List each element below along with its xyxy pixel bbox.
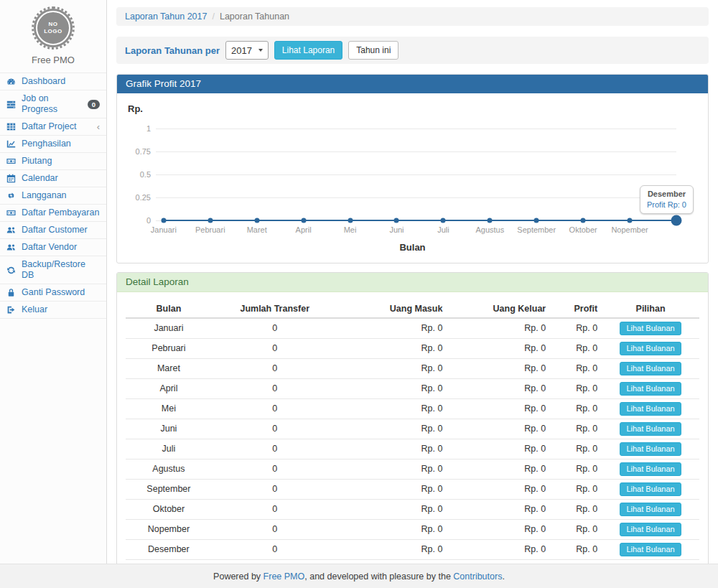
breadcrumb-link[interactable]: Laporan Tahun 2017: [125, 11, 207, 22]
year-select-value: 2017: [231, 45, 252, 56]
data-point-september[interactable]: [534, 218, 539, 223]
tasks-icon: [6, 100, 17, 109]
data-point-mei[interactable]: [348, 218, 353, 223]
sidebar-item-penghasilan[interactable]: Penghasilan: [0, 136, 106, 153]
sidebar-item-langganan[interactable]: Langganan: [0, 187, 106, 205]
sidebar-item-daftar-vendor[interactable]: Daftar Vendor: [0, 239, 106, 256]
x-tick-label: Oktober: [569, 225, 597, 234]
profit-line: [164, 220, 676, 221]
data-point-agustus[interactable]: [488, 218, 493, 223]
sidebar-item-daftar-project[interactable]: Daftar Project ‹: [0, 118, 106, 136]
column-header-bulan: Bulan: [126, 301, 212, 318]
lihat-bulanan-button[interactable]: Lihat Bulanan: [620, 543, 681, 556]
data-point-januari[interactable]: [161, 218, 166, 223]
sidebar-item-label: Job on Progress: [22, 93, 83, 115]
sidebar-item-daftar-customer[interactable]: Daftar Customer: [0, 222, 106, 239]
chart-plot: Desember Profit Rp: 0 10.750.50.250: [156, 129, 676, 220]
sidebar-item-ganti-password[interactable]: Ganti Password: [0, 284, 106, 302]
lihat-bulanan-button[interactable]: Lihat Bulanan: [620, 342, 681, 355]
table-row: Juni 0 Rp. 0 Rp. 0 Rp. 0 Lihat Bulanan: [126, 419, 699, 439]
sidebar-item-backup-restore-db[interactable]: Backup/Restore DB: [0, 256, 106, 284]
sidebar-item-label: Calendar: [22, 173, 58, 184]
lihat-bulanan-button[interactable]: Lihat Bulanan: [620, 482, 681, 496]
data-point-maret[interactable]: [254, 218, 259, 223]
breadcrumb: Laporan Tahun 2017 / Laporan Tahunan: [116, 7, 709, 26]
table-row: Juli 0 Rp. 0 Rp. 0 Rp. 0 Lihat Bulanan: [126, 439, 699, 459]
column-header-uang-keluar: Uang Keluar: [447, 301, 550, 318]
tahun-ini-button[interactable]: Tahun ini: [348, 41, 398, 60]
sidebar-menu: Dashboard Job on Progress 0 Daftar Proje…: [0, 73, 106, 319]
table-row: Oktober 0 Rp. 0 Rp. 0 Rp. 0 Lihat Bulana…: [126, 500, 699, 520]
lihat-bulanan-button[interactable]: Lihat Bulanan: [620, 382, 681, 396]
main-row: NO LOGO Free PMO Dashboard Job on Progre…: [0, 0, 718, 564]
detail-laporan-panel: Detail Laporan Bulan Jumlah Transfer Uan…: [116, 272, 709, 564]
report-toolbar: Laporan Tahunan per 2017 Lihat Laporan T…: [116, 37, 709, 64]
x-tick-label: Agustus: [475, 225, 504, 234]
lock-icon: [6, 288, 17, 297]
table-row: Pebruari 0 Rp. 0 Rp. 0 Rp. 0 Lihat Bulan…: [126, 339, 699, 359]
sidebar-item-label: Daftar Project: [22, 121, 76, 132]
y-tick-label: 0.5: [140, 170, 151, 179]
y-tick-label: 0.75: [136, 147, 151, 156]
chart-y-axis-title: Rp.: [128, 103, 699, 114]
refresh-icon: [6, 266, 17, 275]
sidebar-item-dashboard[interactable]: Dashboard: [0, 73, 106, 90]
x-tick-label: Juli: [437, 225, 449, 234]
breadcrumb-separator: /: [212, 11, 214, 22]
detail-table-body: Januari 0 Rp. 0 Rp. 0 Rp. 0 Lihat Bulana…: [126, 318, 699, 564]
page: NO LOGO Free PMO Dashboard Job on Progre…: [0, 0, 718, 588]
tooltip-value: Profit Rp: 0: [647, 200, 686, 209]
lihat-bulanan-button[interactable]: Lihat Bulanan: [620, 462, 681, 476]
x-tick-label: Mei: [344, 225, 357, 234]
column-header-uang-masuk: Uang Masuk: [338, 301, 447, 318]
lihat-bulanan-button[interactable]: Lihat Bulanan: [620, 422, 681, 436]
money-icon: [6, 208, 17, 218]
chart-x-labels: JanuariPebruariMaretAprilMeiJuniJuliAgus…: [156, 225, 676, 235]
detail-table: Bulan Jumlah Transfer Uang Masuk Uang Ke…: [126, 301, 699, 564]
table-row: Agustus 0 Rp. 0 Rp. 0 Rp. 0 Lihat Bulana…: [126, 459, 699, 480]
x-tick-label: Pebruari: [195, 225, 225, 234]
data-point-pebruari[interactable]: [208, 218, 213, 223]
gridline: [156, 197, 676, 198]
sidebar: NO LOGO Free PMO Dashboard Job on Progre…: [0, 0, 107, 564]
sidebar-item-job-on-progress[interactable]: Job on Progress 0: [0, 90, 106, 118]
chart-panel-body: Rp. Desember Profit Rp: 0 10.750.50.250 …: [117, 93, 708, 263]
data-point-nopember[interactable]: [628, 218, 633, 223]
x-tick-label: Juni: [389, 225, 404, 234]
y-tick-label: 0: [146, 216, 151, 225]
sidebar-item-piutang[interactable]: Piutang: [0, 153, 106, 170]
users-icon: [6, 225, 17, 235]
profit-chart-panel: Grafik Profit 2017 Rp. Desember Profit R…: [116, 74, 709, 263]
lihat-laporan-button[interactable]: Lihat Laporan: [274, 41, 342, 60]
x-tick-label: Januari: [151, 225, 177, 234]
data-point-april[interactable]: [301, 218, 306, 223]
lihat-bulanan-button[interactable]: Lihat Bulanan: [620, 442, 681, 456]
sidebar-item-calendar[interactable]: Calendar: [0, 170, 106, 187]
lihat-bulanan-button[interactable]: Lihat Bulanan: [620, 503, 681, 516]
sidebar-item-label: Piutang: [22, 156, 52, 167]
data-point-desember[interactable]: [671, 215, 682, 226]
lihat-bulanan-button[interactable]: Lihat Bulanan: [620, 362, 681, 375]
table-row: Maret 0 Rp. 0 Rp. 0 Rp. 0 Lihat Bulanan: [126, 359, 699, 379]
year-select[interactable]: 2017: [225, 41, 269, 60]
sidebar-item-label: Keluar: [22, 304, 47, 315]
table-icon: [6, 122, 17, 131]
x-tick-label: Nopember: [611, 225, 648, 234]
data-point-juni[interactable]: [394, 218, 399, 223]
data-point-oktober[interactable]: [581, 218, 586, 223]
detail-panel-body: Bulan Jumlah Transfer Uang Masuk Uang Ke…: [117, 292, 708, 564]
lihat-bulanan-button[interactable]: Lihat Bulanan: [620, 322, 681, 335]
lihat-bulanan-button[interactable]: Lihat Bulanan: [620, 523, 681, 536]
table-row: April 0 Rp. 0 Rp. 0 Rp. 0 Lihat Bulanan: [126, 379, 699, 399]
x-tick-label: Maret: [247, 225, 267, 234]
gridline: [156, 129, 676, 129]
retweet-icon: [6, 191, 17, 200]
data-point-juli[interactable]: [441, 218, 446, 223]
sidebar-item-label: Ganti Password: [22, 287, 85, 298]
sidebar-item-daftar-pembayaran[interactable]: Daftar Pembayaran: [0, 205, 106, 222]
contributors-link[interactable]: Contributors: [453, 571, 502, 582]
sidebar-item-keluar[interactable]: Keluar: [0, 302, 106, 319]
y-tick-label: 0.25: [136, 193, 151, 202]
lihat-bulanan-button[interactable]: Lihat Bulanan: [620, 402, 681, 416]
free-pmo-link[interactable]: Free PMO: [264, 571, 305, 582]
